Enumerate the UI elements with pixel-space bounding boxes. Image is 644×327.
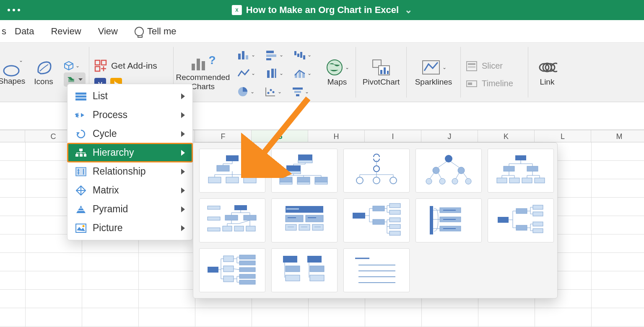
- svg-rect-140: [239, 274, 255, 278]
- svg-rect-86: [497, 178, 507, 183]
- document-title[interactable]: X How to Make an Org Chart in Excel ⌄: [232, 5, 412, 15]
- submenu-arrow-icon: [181, 131, 185, 137]
- line-chart-button[interactable]: ⌄: [237, 68, 255, 79]
- waterfall-chart-button[interactable]: ⌄: [293, 49, 312, 60]
- col-header[interactable]: K: [478, 130, 535, 142]
- smartart-relationship[interactable]: Relationship: [68, 162, 192, 181]
- svg-rect-117: [390, 224, 400, 229]
- svg-rect-138: [239, 261, 255, 265]
- submenu-arrow-icon: [181, 112, 185, 118]
- gallery-org-chart[interactable]: [199, 149, 265, 193]
- maps-label: Maps: [327, 77, 347, 87]
- gallery-horizontal-hierarchy[interactable]: [415, 198, 482, 242]
- tab-view[interactable]: View: [98, 26, 118, 37]
- slicer-icon: [466, 61, 478, 72]
- smartart-process[interactable]: Process: [68, 106, 192, 124]
- svg-point-82: [465, 178, 471, 184]
- gallery-labeled-hierarchy[interactable]: [199, 198, 265, 242]
- smartart-pyramid[interactable]: Pyramid: [68, 200, 192, 219]
- timeline-button[interactable]: Timeline: [466, 78, 513, 89]
- svg-rect-135: [223, 266, 234, 272]
- col-header[interactable]: F: [195, 130, 252, 142]
- svg-rect-144: [286, 266, 300, 272]
- svg-rect-52: [80, 154, 83, 157]
- shapes-button[interactable]: ⌄ Shapes: [0, 43, 29, 102]
- svg-rect-98: [246, 226, 255, 231]
- svg-rect-60: [226, 177, 239, 183]
- combo-chart-button[interactable]: ⌄: [293, 68, 312, 79]
- smartart-picture[interactable]: Picture: [68, 219, 192, 237]
- smartart-list[interactable]: List: [68, 87, 192, 106]
- svg-rect-119: [430, 206, 433, 234]
- scatter-chart-button[interactable]: ⌄: [265, 86, 282, 97]
- get-addins-button[interactable]: Get Add-ins: [94, 59, 157, 72]
- gallery-hierarchy-list[interactable]: [271, 248, 338, 292]
- tab-data[interactable]: Data: [15, 26, 34, 37]
- svg-rect-85: [527, 166, 538, 171]
- excel-file-icon: X: [232, 5, 242, 15]
- gallery-hierarchy[interactable]: [488, 149, 554, 193]
- more-dots-icon[interactable]: [8, 9, 20, 11]
- svg-rect-55: [76, 224, 86, 232]
- icons-button[interactable]: Icons: [29, 43, 59, 102]
- bar-chart-button[interactable]: ⌄: [265, 49, 283, 60]
- slicer-button[interactable]: Slicer: [466, 61, 503, 72]
- col-header[interactable]: I: [365, 130, 421, 142]
- smartart-icon: [67, 75, 77, 84]
- col-header[interactable]: H: [308, 130, 365, 142]
- svg-point-72: [374, 166, 379, 172]
- svg-rect-142: [283, 256, 297, 263]
- svg-rect-61: [244, 177, 256, 183]
- link-button[interactable]: Link: [528, 43, 566, 102]
- gallery-horizontal-multi[interactable]: [488, 198, 554, 242]
- gallery-name-title-org[interactable]: [271, 149, 338, 193]
- slicer-label: Slicer: [482, 61, 503, 71]
- gallery-circle-hierarchy[interactable]: [415, 149, 482, 193]
- svg-rect-114: [390, 203, 400, 208]
- gallery-half-circle-org[interactable]: [343, 149, 410, 193]
- smartart-matrix[interactable]: Matrix: [68, 181, 192, 200]
- gallery-table-hierarchy[interactable]: [271, 198, 338, 242]
- link-label: Link: [540, 77, 555, 87]
- svg-rect-53: [84, 154, 86, 157]
- sparklines-button[interactable]: ⌄ Sparklines: [407, 43, 460, 102]
- svg-rect-18: [297, 54, 299, 57]
- submenu-arrow-icon: [181, 169, 185, 175]
- svg-point-74: [373, 177, 380, 184]
- svg-rect-4: [95, 67, 100, 71]
- pie-chart-button[interactable]: ⌄: [237, 86, 254, 97]
- col-header[interactable]: [0, 130, 25, 142]
- svg-rect-13: [246, 55, 248, 59]
- tab-review[interactable]: Review: [51, 26, 81, 37]
- svg-rect-36: [380, 70, 382, 74]
- tab-partial[interactable]: s: [2, 26, 6, 37]
- smartart-cycle[interactable]: Cycle: [68, 124, 192, 143]
- svg-rect-89: [535, 178, 545, 183]
- col-header[interactable]: G: [252, 130, 308, 142]
- svg-rect-37: [384, 67, 386, 74]
- col-header[interactable]: J: [421, 130, 478, 142]
- svg-rect-94: [244, 215, 256, 220]
- title-bar: X How to Make an Org Chart in Excel ⌄: [0, 0, 644, 20]
- svg-rect-68: [297, 177, 310, 182]
- col-header[interactable]: M: [591, 130, 644, 142]
- svg-rect-130: [533, 212, 543, 216]
- funnel-chart-button[interactable]: ⌄: [292, 86, 309, 97]
- gallery-horizontal-org[interactable]: [343, 198, 410, 242]
- svg-rect-91: [234, 205, 247, 210]
- gallery-horizontal-labeled[interactable]: [199, 248, 265, 292]
- column-chart-button[interactable]: ⌄: [237, 49, 255, 60]
- tell-me-search[interactable]: Tell me: [135, 26, 177, 37]
- svg-rect-3: [101, 60, 106, 65]
- col-header[interactable]: L: [535, 130, 591, 142]
- svg-rect-16: [266, 58, 271, 60]
- submenu-arrow-icon: [181, 225, 185, 231]
- statistic-chart-button[interactable]: ⌄: [265, 68, 283, 79]
- svg-rect-96: [223, 226, 232, 231]
- svg-rect-90: [208, 206, 220, 209]
- smartart-hierarchy[interactable]: Hierarchy: [68, 143, 192, 162]
- 3d-models-button[interactable]: ⌄: [64, 61, 80, 71]
- pivotchart-button[interactable]: PivotChart: [356, 43, 406, 102]
- gallery-lined-list[interactable]: [343, 248, 410, 292]
- maps-button[interactable]: ⌄ Maps: [319, 43, 356, 102]
